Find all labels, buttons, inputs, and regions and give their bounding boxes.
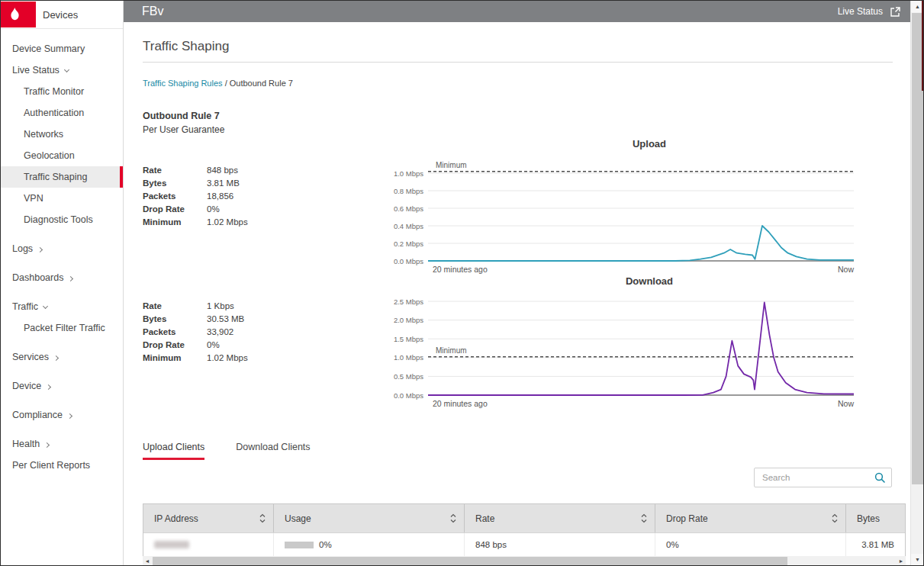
sidebar-nav: Device Summary Live Status Traffic Monit… <box>1 29 123 476</box>
device-name: FBv <box>142 1 163 22</box>
sidebar-item-traffic[interactable]: Traffic <box>1 296 123 317</box>
scroll-right-button[interactable]: ► <box>897 556 906 566</box>
sidebar-item-geolocation[interactable]: Geolocation <box>1 145 123 166</box>
y-tick-label: 1.5 Mbps <box>394 335 423 343</box>
minimum-label: Minimum <box>436 346 467 355</box>
chevron-right-icon <box>37 246 43 252</box>
sidebar-item-authentication[interactable]: Authentication <box>1 102 123 124</box>
x-axis-start-label: 20 minutes ago <box>433 399 488 408</box>
sort-icon[interactable] <box>832 513 838 523</box>
y-tick-label: 0.2 Mbps <box>394 240 423 248</box>
scroll-down-button[interactable]: ▼ <box>911 554 924 565</box>
sidebar-item-device-summary[interactable]: Device Summary <box>1 38 123 59</box>
table-row[interactable]: 0% 848 bps 0% 3.81 MB <box>143 532 905 556</box>
stat-row: Rate 1 Kbps <box>143 300 341 313</box>
main-content: Traffic Shaping Traffic Shaping Rules / … <box>124 22 912 566</box>
stat-row: Rate 848 bps <box>143 164 341 177</box>
live-status-button[interactable]: Live Status <box>838 1 901 22</box>
flame-icon <box>8 7 22 24</box>
y-tick-label: 0.4 Mbps <box>394 222 423 230</box>
cell-usage: 0% <box>274 533 465 556</box>
y-tick-label: 0.5 Mbps <box>394 372 423 381</box>
x-axis-end-label: Now <box>838 265 854 274</box>
chevron-right-icon <box>44 442 50 447</box>
clients-tabs: Upload Clients Download Clients <box>143 442 311 460</box>
sidebar-item-per-client-reports[interactable]: Per Client Reports <box>1 455 123 476</box>
title-divider <box>143 62 893 63</box>
brand-flame-logo[interactable] <box>1 2 36 27</box>
column-header-ip-address[interactable]: IP Address <box>143 504 274 532</box>
horizontal-scroll-thumb[interactable] <box>153 557 787 565</box>
download-chart: Download 0.0 Mbps0.5 Mbps1.0 Mbps1.5 Mbp… <box>387 275 875 414</box>
table-header-row: IP Address Usage Rate Drop Rate Bytes <box>143 504 905 532</box>
sidebar-brand: Devices <box>1 1 123 29</box>
sidebar-item-live-status[interactable]: Live Status <box>1 59 123 81</box>
download-stats: Rate 1 Kbps Bytes 30.53 MB Packets 33,90… <box>143 300 341 365</box>
usage-bar <box>285 542 314 548</box>
sidebar-item-traffic-shaping[interactable]: Traffic Shaping <box>1 166 123 188</box>
chart-title: Upload <box>387 138 875 153</box>
search-input[interactable] <box>754 468 892 487</box>
sidebar-item-networks[interactable]: Networks <box>1 124 123 145</box>
download-chart-svg: 0.0 Mbps0.5 Mbps1.0 Mbps1.5 Mbps2.0 Mbps… <box>387 291 864 411</box>
x-axis-end-label: Now <box>838 399 854 408</box>
stat-row: Drop Rate 0% <box>143 203 341 216</box>
stat-row: Bytes 3.81 MB <box>143 177 341 190</box>
sort-icon[interactable] <box>450 513 456 523</box>
sidebar: Devices Device Summary Live Status Traff… <box>1 1 124 565</box>
page-title: Traffic Shaping <box>143 39 229 54</box>
sidebar-item-logs[interactable]: Logs <box>1 238 123 259</box>
horizontal-scrollbar[interactable]: ◄ ► <box>143 556 906 566</box>
sidebar-item-vpn[interactable]: VPN <box>1 188 123 209</box>
sidebar-item-health[interactable]: Health <box>1 433 123 455</box>
chart-title: Download <box>387 275 875 291</box>
sidebar-item-diagnostic-tools[interactable]: Diagnostic Tools <box>1 209 123 230</box>
screen-edge-artifact <box>922 1 923 91</box>
stat-row: Minimum 1.02 Mbps <box>143 216 341 229</box>
stat-row: Minimum 1.02 Mbps <box>143 352 341 365</box>
rule-type: Per User Guarantee <box>143 124 224 135</box>
clients-table: IP Address Usage Rate Drop Rate Bytes 0%… <box>143 503 906 556</box>
chevron-right-icon <box>46 384 51 389</box>
breadcrumb-link[interactable]: Traffic Shaping Rules <box>143 79 223 88</box>
download-series-line <box>428 303 854 396</box>
breadcrumb-current: Outbound Rule 7 <box>230 79 293 88</box>
sidebar-item-services[interactable]: Services <box>1 346 123 368</box>
search-icon[interactable] <box>874 472 886 484</box>
redacted-ip <box>154 541 189 548</box>
app-window: Devices Device Summary Live Status Traff… <box>0 0 924 566</box>
y-tick-label: 0.0 Mbps <box>394 391 423 400</box>
sort-icon[interactable] <box>641 513 647 523</box>
external-link-icon <box>890 6 901 18</box>
y-tick-label: 2.5 Mbps <box>394 297 423 306</box>
sidebar-item-compliance[interactable]: Compliance <box>1 404 123 426</box>
chevron-right-icon <box>53 355 59 360</box>
tab-upload-clients[interactable]: Upload Clients <box>143 442 204 460</box>
scroll-left-button[interactable]: ◄ <box>143 556 152 566</box>
sidebar-item-device[interactable]: Device <box>1 375 123 397</box>
column-header-rate[interactable]: Rate <box>465 504 655 532</box>
column-header-bytes[interactable]: Bytes <box>846 504 905 532</box>
sidebar-item-traffic-monitor[interactable]: Traffic Monitor <box>1 81 123 102</box>
column-header-usage[interactable]: Usage <box>274 504 465 532</box>
live-status-label: Live Status <box>838 6 883 17</box>
stat-row: Packets 18,856 <box>143 190 341 203</box>
topbar: FBv Live Status <box>124 1 912 22</box>
cell-drop-rate: 0% <box>655 533 846 556</box>
chevron-down-icon <box>64 66 69 72</box>
rule-name: Outbound Rule 7 <box>143 111 220 121</box>
y-tick-label: 2.0 Mbps <box>394 316 423 324</box>
column-header-drop-rate[interactable]: Drop Rate <box>655 504 846 532</box>
upload-chart: Upload 0.0 Mbps0.2 Mbps0.4 Mbps0.6 Mbps0… <box>387 138 875 278</box>
sort-icon[interactable] <box>259 513 266 523</box>
stat-row: Bytes 30.53 MB <box>143 313 341 326</box>
tab-download-clients[interactable]: Download Clients <box>236 442 310 460</box>
upload-stats: Rate 848 bps Bytes 3.81 MB Packets 18,85… <box>143 164 341 229</box>
upload-chart-svg: 0.0 Mbps0.2 Mbps0.4 Mbps0.6 Mbps0.8 Mbps… <box>387 153 864 275</box>
stat-row: Drop Rate 0% <box>143 339 341 352</box>
sidebar-item-dashboards[interactable]: Dashboards <box>1 267 123 288</box>
brand-label: Devices <box>43 1 78 29</box>
sidebar-item-packet-filter-traffic[interactable]: Packet Filter Traffic <box>1 317 123 339</box>
y-tick-label: 0.8 Mbps <box>394 187 423 195</box>
cell-ip-address <box>143 533 274 556</box>
